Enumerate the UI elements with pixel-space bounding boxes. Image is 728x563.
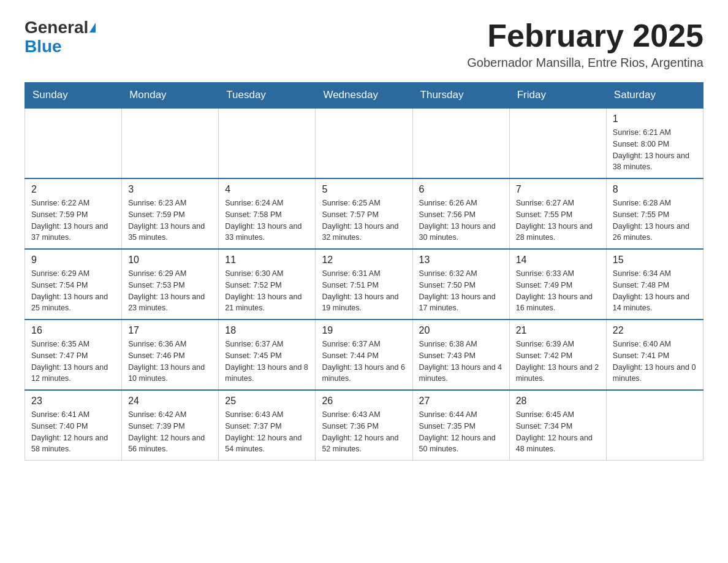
day-info: Sunrise: 6:32 AMSunset: 7:50 PMDaylight:… — [419, 268, 503, 314]
day-info: Sunrise: 6:38 AMSunset: 7:43 PMDaylight:… — [419, 339, 503, 385]
header-monday: Monday — [122, 83, 219, 109]
day-number: 12 — [322, 255, 406, 266]
calendar-cell — [316, 108, 412, 178]
day-info: Sunrise: 6:23 AMSunset: 7:59 PMDaylight:… — [128, 197, 212, 243]
calendar-cell: 23Sunrise: 6:41 AMSunset: 7:40 PMDayligh… — [25, 390, 122, 461]
calendar-cell: 15Sunrise: 6:34 AMSunset: 7:48 PMDayligh… — [606, 249, 703, 320]
day-info: Sunrise: 6:44 AMSunset: 7:35 PMDaylight:… — [419, 409, 503, 455]
header-sunday: Sunday — [25, 83, 122, 109]
day-number: 24 — [128, 396, 212, 407]
header-tuesday: Tuesday — [219, 83, 316, 109]
day-info: Sunrise: 6:42 AMSunset: 7:39 PMDaylight:… — [128, 409, 212, 455]
calendar-cell: 6Sunrise: 6:26 AMSunset: 7:56 PMDaylight… — [412, 178, 509, 249]
logo-general: General — [25, 18, 88, 37]
calendar-header-row: SundayMondayTuesdayWednesdayThursdayFrid… — [25, 83, 703, 109]
day-number: 14 — [516, 255, 600, 266]
day-info: Sunrise: 6:40 AMSunset: 7:41 PMDaylight:… — [613, 339, 697, 385]
day-number: 8 — [613, 184, 697, 195]
calendar-cell: 4Sunrise: 6:24 AMSunset: 7:58 PMDaylight… — [219, 178, 316, 249]
day-info: Sunrise: 6:21 AMSunset: 8:00 PMDaylight:… — [613, 127, 697, 173]
calendar-cell: 21Sunrise: 6:39 AMSunset: 7:42 PMDayligh… — [509, 320, 606, 390]
logo-blue: Blue — [25, 37, 62, 56]
day-info: Sunrise: 6:39 AMSunset: 7:42 PMDaylight:… — [516, 339, 600, 385]
day-info: Sunrise: 6:34 AMSunset: 7:48 PMDaylight:… — [613, 268, 697, 314]
header: General Blue February 2025 Gobernador Ma… — [25, 18, 703, 70]
day-number: 7 — [516, 184, 600, 195]
calendar-cell: 11Sunrise: 6:30 AMSunset: 7:52 PMDayligh… — [219, 249, 316, 320]
day-info: Sunrise: 6:26 AMSunset: 7:56 PMDaylight:… — [419, 197, 503, 243]
day-number: 4 — [225, 184, 309, 195]
calendar-cell: 2Sunrise: 6:22 AMSunset: 7:59 PMDaylight… — [25, 178, 122, 249]
calendar-cell: 17Sunrise: 6:36 AMSunset: 7:46 PMDayligh… — [122, 320, 219, 390]
day-info: Sunrise: 6:43 AMSunset: 7:36 PMDaylight:… — [322, 409, 406, 455]
calendar-cell: 10Sunrise: 6:29 AMSunset: 7:53 PMDayligh… — [122, 249, 219, 320]
day-number: 6 — [419, 184, 503, 195]
calendar-table: SundayMondayTuesdayWednesdayThursdayFrid… — [25, 82, 703, 461]
day-number: 18 — [225, 325, 309, 336]
calendar-cell — [25, 108, 122, 178]
day-number: 22 — [613, 325, 697, 336]
calendar-week-row: 23Sunrise: 6:41 AMSunset: 7:40 PMDayligh… — [25, 390, 703, 461]
day-number: 19 — [322, 325, 406, 336]
calendar-cell: 8Sunrise: 6:28 AMSunset: 7:55 PMDaylight… — [606, 178, 703, 249]
calendar-week-row: 1Sunrise: 6:21 AMSunset: 8:00 PMDaylight… — [25, 108, 703, 178]
calendar-cell: 7Sunrise: 6:27 AMSunset: 7:55 PMDaylight… — [509, 178, 606, 249]
logo: General Blue — [25, 18, 96, 56]
calendar-cell: 9Sunrise: 6:29 AMSunset: 7:54 PMDaylight… — [25, 249, 122, 320]
day-number: 16 — [31, 325, 115, 336]
day-info: Sunrise: 6:22 AMSunset: 7:59 PMDaylight:… — [31, 197, 115, 243]
calendar-cell: 1Sunrise: 6:21 AMSunset: 8:00 PMDaylight… — [606, 108, 703, 178]
day-info: Sunrise: 6:45 AMSunset: 7:34 PMDaylight:… — [516, 409, 600, 455]
calendar-cell: 27Sunrise: 6:44 AMSunset: 7:35 PMDayligh… — [412, 390, 509, 461]
day-number: 15 — [613, 255, 697, 266]
calendar-cell: 3Sunrise: 6:23 AMSunset: 7:59 PMDaylight… — [122, 178, 219, 249]
calendar-cell: 5Sunrise: 6:25 AMSunset: 7:57 PMDaylight… — [316, 178, 412, 249]
day-info: Sunrise: 6:37 AMSunset: 7:45 PMDaylight:… — [225, 339, 309, 385]
day-number: 17 — [128, 325, 212, 336]
calendar-cell: 12Sunrise: 6:31 AMSunset: 7:51 PMDayligh… — [316, 249, 412, 320]
header-saturday: Saturday — [606, 83, 703, 109]
day-number: 25 — [225, 396, 309, 407]
calendar-cell — [219, 108, 316, 178]
day-info: Sunrise: 6:25 AMSunset: 7:57 PMDaylight:… — [322, 197, 406, 243]
calendar-week-row: 9Sunrise: 6:29 AMSunset: 7:54 PMDaylight… — [25, 249, 703, 320]
day-info: Sunrise: 6:27 AMSunset: 7:55 PMDaylight:… — [516, 197, 600, 243]
calendar-cell — [606, 390, 703, 461]
day-info: Sunrise: 6:36 AMSunset: 7:46 PMDaylight:… — [128, 339, 212, 385]
calendar-cell: 20Sunrise: 6:38 AMSunset: 7:43 PMDayligh… — [412, 320, 509, 390]
title-area: February 2025 Gobernador Mansilla, Entre… — [467, 18, 703, 70]
calendar-cell: 25Sunrise: 6:43 AMSunset: 7:37 PMDayligh… — [219, 390, 316, 461]
day-number: 26 — [322, 396, 406, 407]
calendar-cell — [122, 108, 219, 178]
calendar-week-row: 16Sunrise: 6:35 AMSunset: 7:47 PMDayligh… — [25, 320, 703, 390]
day-number: 10 — [128, 255, 212, 266]
day-number: 9 — [31, 255, 115, 266]
header-thursday: Thursday — [412, 83, 509, 109]
logo-triangle-icon — [89, 23, 96, 33]
calendar-cell: 24Sunrise: 6:42 AMSunset: 7:39 PMDayligh… — [122, 390, 219, 461]
calendar-cell: 22Sunrise: 6:40 AMSunset: 7:41 PMDayligh… — [606, 320, 703, 390]
calendar-cell: 16Sunrise: 6:35 AMSunset: 7:47 PMDayligh… — [25, 320, 122, 390]
day-number: 3 — [128, 184, 212, 195]
calendar-cell — [509, 108, 606, 178]
day-number: 13 — [419, 255, 503, 266]
day-info: Sunrise: 6:33 AMSunset: 7:49 PMDaylight:… — [516, 268, 600, 314]
day-info: Sunrise: 6:24 AMSunset: 7:58 PMDaylight:… — [225, 197, 309, 243]
calendar-cell: 19Sunrise: 6:37 AMSunset: 7:44 PMDayligh… — [316, 320, 412, 390]
day-info: Sunrise: 6:31 AMSunset: 7:51 PMDaylight:… — [322, 268, 406, 314]
calendar-cell: 13Sunrise: 6:32 AMSunset: 7:50 PMDayligh… — [412, 249, 509, 320]
day-number: 21 — [516, 325, 600, 336]
day-info: Sunrise: 6:29 AMSunset: 7:53 PMDaylight:… — [128, 268, 212, 314]
day-number: 28 — [516, 396, 600, 407]
day-number: 11 — [225, 255, 309, 266]
day-number: 20 — [419, 325, 503, 336]
header-friday: Friday — [509, 83, 606, 109]
calendar-cell — [412, 108, 509, 178]
day-info: Sunrise: 6:29 AMSunset: 7:54 PMDaylight:… — [31, 268, 115, 314]
calendar-week-row: 2Sunrise: 6:22 AMSunset: 7:59 PMDaylight… — [25, 178, 703, 249]
day-number: 5 — [322, 184, 406, 195]
day-number: 27 — [419, 396, 503, 407]
calendar-cell: 26Sunrise: 6:43 AMSunset: 7:36 PMDayligh… — [316, 390, 412, 461]
day-number: 1 — [613, 113, 697, 124]
calendar-cell: 18Sunrise: 6:37 AMSunset: 7:45 PMDayligh… — [219, 320, 316, 390]
